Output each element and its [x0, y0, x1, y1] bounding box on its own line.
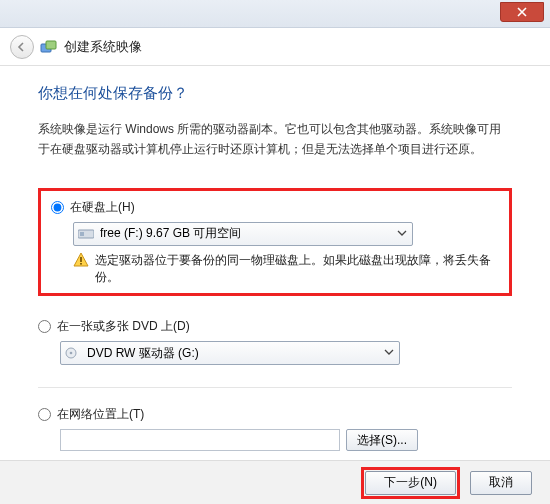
footer: 下一步(N) 取消 [0, 460, 550, 504]
radio-hdd-label: 在硬盘上(H) [70, 199, 135, 216]
option-net-group: 在网络位置上(T) 选择(S)... [38, 406, 512, 451]
hdd-drive-combo[interactable]: free (F:) 9.67 GB 可用空间 [73, 222, 413, 246]
radio-dvd[interactable] [38, 320, 51, 333]
cancel-button[interactable]: 取消 [470, 471, 532, 495]
disc-icon [65, 347, 81, 359]
content: 你想在何处保存备份？ 系统映像是运行 Windows 所需的驱动器副本。它也可以… [0, 66, 550, 451]
app-icon [40, 38, 58, 56]
warning-icon [73, 252, 89, 268]
back-button[interactable] [10, 35, 34, 59]
close-button[interactable] [500, 2, 544, 22]
svg-rect-4 [80, 257, 82, 262]
radio-hdd[interactable] [51, 201, 64, 214]
hdd-drive-text: free (F:) 9.67 GB 可用空间 [100, 225, 241, 242]
radio-net[interactable] [38, 408, 51, 421]
radio-net-label: 在网络位置上(T) [57, 406, 144, 423]
chevron-down-icon [383, 346, 395, 361]
net-location-input[interactable] [60, 429, 340, 451]
divider [38, 387, 512, 388]
hdd-warning-text: 选定驱动器位于要备份的同一物理磁盘上。如果此磁盘出现故障，将丢失备份。 [95, 252, 499, 286]
titlebar [0, 0, 550, 28]
dvd-drive-text: DVD RW 驱动器 (G:) [87, 345, 199, 362]
arrow-left-icon [16, 41, 28, 53]
next-button-highlight: 下一步(N) [361, 467, 460, 499]
browse-button[interactable]: 选择(S)... [346, 429, 418, 451]
option-dvd-group: 在一张或多张 DVD 上(D) DVD RW 驱动器 (G:) [38, 318, 512, 365]
drive-icon [78, 228, 94, 240]
hdd-warning-row: 选定驱动器位于要备份的同一物理磁盘上。如果此磁盘出现故障，将丢失备份。 [73, 252, 499, 286]
close-icon [517, 7, 527, 17]
radio-dvd-label: 在一张或多张 DVD 上(D) [57, 318, 190, 335]
app-title: 创建系统映像 [64, 38, 142, 56]
option-hdd-group: 在硬盘上(H) free (F:) 9.67 GB 可用空间 选定驱动器位于要备… [38, 188, 512, 297]
dvd-drive-combo[interactable]: DVD RW 驱动器 (G:) [60, 341, 400, 365]
svg-rect-3 [80, 232, 84, 236]
header: 创建系统映像 [0, 28, 550, 66]
page-description: 系统映像是运行 Windows 所需的驱动器副本。它也可以包含其他驱动器。系统映… [38, 119, 512, 160]
next-button[interactable]: 下一步(N) [365, 471, 456, 495]
page-heading: 你想在何处保存备份？ [38, 84, 512, 103]
svg-rect-1 [46, 41, 56, 49]
svg-point-7 [70, 352, 73, 355]
chevron-down-icon [396, 227, 408, 242]
svg-rect-5 [80, 263, 82, 265]
